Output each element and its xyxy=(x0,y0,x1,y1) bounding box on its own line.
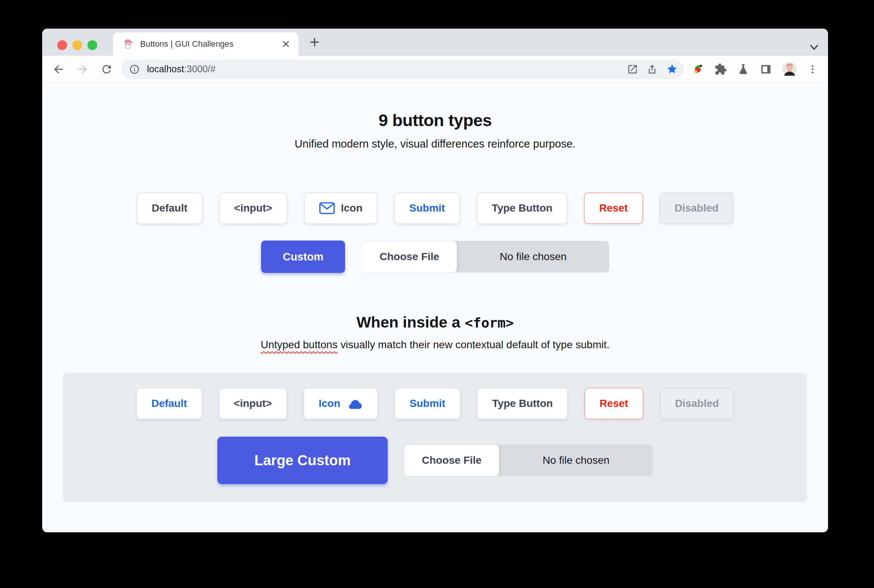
browser-tab[interactable]: Buttons | GUI Challenges xyxy=(113,32,298,56)
browser-toolbar: localhost:3000/# xyxy=(42,56,828,83)
input-button[interactable]: <input> xyxy=(219,192,287,224)
choose-file-button[interactable]: Choose File xyxy=(362,241,457,273)
form-input-button[interactable]: <input> xyxy=(219,388,287,419)
form-subtitle-rest: visually match their new contextual defa… xyxy=(338,339,610,350)
open-in-new-icon[interactable] xyxy=(627,64,638,75)
form-panel: Default <input> Icon Submit Type Button … xyxy=(63,373,807,502)
window-zoom-button[interactable] xyxy=(87,40,97,50)
form-section-title: When inside a<form> xyxy=(42,314,828,331)
button-row-demo: Default <input> Icon Submit Type Button … xyxy=(42,192,828,224)
submit-button[interactable]: Submit xyxy=(394,192,460,224)
form-icon-button-label: Icon xyxy=(319,398,341,410)
new-tab-button[interactable] xyxy=(308,36,321,49)
browser-window: Buttons | GUI Challenges xyxy=(42,29,828,532)
tab-search-chevron-icon[interactable] xyxy=(808,44,820,52)
form-title-text: When inside a xyxy=(356,314,460,331)
default-button[interactable]: Default xyxy=(137,192,203,224)
page-content: 9 button types Unified modern style, vis… xyxy=(42,83,828,532)
mail-icon xyxy=(319,202,335,215)
url-host: localhost xyxy=(147,64,184,74)
tab-strip: Buttons | GUI Challenges xyxy=(42,29,828,56)
icon-button-label: Icon xyxy=(341,202,363,214)
url-field[interactable]: localhost:3000/# xyxy=(147,64,620,75)
button-row-demo-2: Custom Choose File No file chosen xyxy=(42,241,828,273)
form-file-status-text: No file chosen xyxy=(499,454,652,466)
browser-menu-icon[interactable] xyxy=(807,63,818,76)
form-icon-button[interactable]: Icon xyxy=(304,388,378,419)
url-path: :3000/# xyxy=(184,64,215,74)
side-panel-icon[interactable] xyxy=(759,63,772,76)
cloud-icon xyxy=(346,398,363,410)
share-icon[interactable] xyxy=(646,64,658,75)
back-button[interactable] xyxy=(52,63,65,76)
reload-button[interactable] xyxy=(100,63,113,76)
form-default-button[interactable]: Default xyxy=(136,388,202,419)
disabled-button[interactable]: Disabled xyxy=(660,192,734,224)
form-file-input[interactable]: Choose File No file chosen xyxy=(404,445,653,476)
window-close-button[interactable] xyxy=(57,40,67,50)
desktop-background: Buttons | GUI Challenges xyxy=(0,0,874,588)
form-choose-file-button[interactable]: Choose File xyxy=(404,445,500,476)
page-subtitle: Unified modern style, visual differences… xyxy=(42,138,828,150)
tab-title: Buttons | GUI Challenges xyxy=(140,39,275,49)
form-submit-button[interactable]: Submit xyxy=(394,388,460,419)
form-type-button[interactable]: Type Button xyxy=(477,388,568,419)
page-title: 9 button types xyxy=(42,111,828,130)
experiments-flask-icon[interactable] xyxy=(737,63,750,76)
forward-button[interactable] xyxy=(76,63,89,76)
address-bar[interactable]: localhost:3000/# xyxy=(121,59,683,79)
nav-buttons xyxy=(52,63,113,76)
icon-button[interactable]: Icon xyxy=(304,192,378,224)
large-custom-button[interactable]: Large Custom xyxy=(217,437,387,484)
bookmark-star-icon[interactable] xyxy=(666,63,678,75)
extension-area xyxy=(692,62,818,77)
custom-button[interactable]: Custom xyxy=(261,241,345,273)
extensions-puzzle-icon[interactable] xyxy=(714,63,727,76)
file-status-text: No file chosen xyxy=(457,251,609,263)
window-minimize-button[interactable] xyxy=(72,40,82,50)
profile-avatar[interactable] xyxy=(782,62,797,77)
omnibox-actions xyxy=(627,63,678,75)
form-title-code: <form> xyxy=(465,315,514,331)
site-favicon-icon xyxy=(121,38,134,50)
tab-close-icon[interactable] xyxy=(281,39,291,49)
type-button[interactable]: Type Button xyxy=(477,192,567,224)
file-input[interactable]: Choose File No file chosen xyxy=(362,241,609,273)
form-disabled-button[interactable]: Disabled xyxy=(660,388,734,419)
extension-colorful-icon[interactable] xyxy=(692,63,704,76)
button-row-form-2: Large Custom Choose File No file chosen xyxy=(63,437,807,484)
button-row-form: Default <input> Icon Submit Type Button … xyxy=(63,388,807,419)
reset-button[interactable]: Reset xyxy=(584,192,643,224)
misspelled-text: Untyped buttons xyxy=(261,339,338,350)
site-info-icon[interactable] xyxy=(129,64,140,75)
form-reset-button[interactable]: Reset xyxy=(584,388,643,419)
window-controls xyxy=(57,40,97,50)
form-section-subtitle: Untyped buttons visually match their new… xyxy=(42,339,828,351)
